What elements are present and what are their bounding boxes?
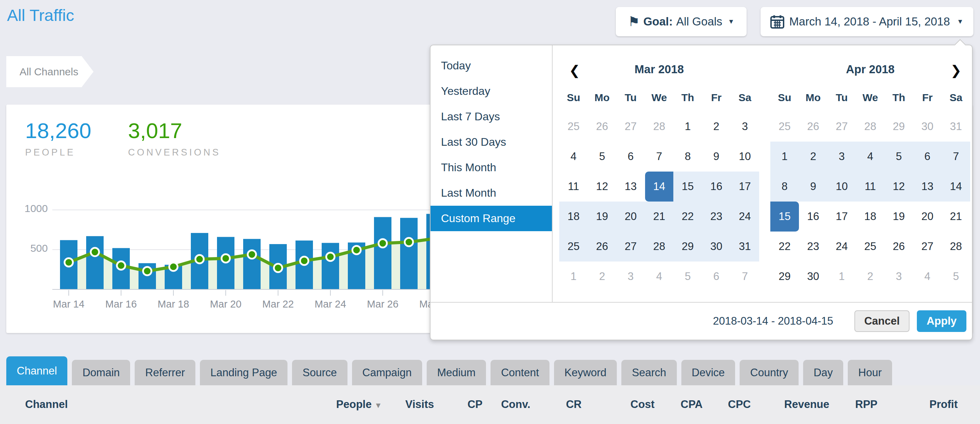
day-cell[interactable]: 16 — [799, 202, 827, 232]
day-cell[interactable]: 5 — [673, 262, 702, 292]
day-cell[interactable]: 27 — [827, 111, 856, 141]
cancel-button[interactable]: Cancel — [854, 310, 910, 332]
day-cell[interactable]: 27 — [616, 111, 645, 141]
day-cell[interactable]: 27 — [616, 232, 645, 262]
day-cell[interactable]: 4 — [645, 262, 674, 292]
day-cell[interactable]: 7 — [942, 141, 970, 172]
day-cell[interactable]: 20 — [913, 202, 942, 232]
day-cell[interactable]: 28 — [856, 111, 885, 141]
apply-button[interactable]: Apply — [917, 310, 966, 332]
day-cell[interactable]: 7 — [730, 262, 759, 292]
day-cell[interactable]: 26 — [588, 232, 616, 262]
tab-country[interactable]: Country — [740, 360, 799, 385]
day-cell[interactable]: 22 — [770, 232, 799, 262]
day-cell[interactable]: 12 — [588, 172, 616, 202]
day-cell[interactable]: 5 — [885, 141, 913, 172]
day-cell[interactable]: 10 — [827, 172, 856, 202]
day-cell[interactable]: 8 — [673, 141, 702, 172]
preset-yesterday[interactable]: Yesterday — [431, 78, 552, 104]
day-cell[interactable]: 1 — [673, 111, 702, 141]
day-cell[interactable]: 6 — [702, 262, 730, 292]
day-cell[interactable]: 15 — [770, 202, 799, 232]
day-cell[interactable]: 16 — [702, 172, 730, 202]
day-cell[interactable]: 3 — [827, 141, 856, 172]
column-header-cpc[interactable]: CPC — [728, 398, 751, 411]
column-header-cp[interactable]: CP — [468, 398, 482, 411]
date-range-button[interactable]: March 14, 2018 - April 15, 2018 ▼ — [760, 7, 974, 36]
day-cell[interactable]: 2 — [702, 111, 730, 141]
day-cell[interactable]: 31 — [942, 111, 970, 141]
day-cell[interactable]: 23 — [799, 232, 827, 262]
day-cell[interactable]: 21 — [942, 202, 970, 232]
column-header-people[interactable]: People▼ — [336, 398, 382, 411]
day-cell[interactable]: 17 — [730, 172, 759, 202]
tab-content[interactable]: Content — [490, 360, 549, 385]
day-cell[interactable]: 14 — [645, 172, 674, 202]
day-cell[interactable]: 2 — [588, 262, 616, 292]
day-cell[interactable]: 29 — [673, 232, 702, 262]
day-cell[interactable]: 11 — [559, 172, 588, 202]
column-header-cost[interactable]: Cost — [630, 398, 654, 411]
day-cell[interactable]: 25 — [770, 111, 799, 141]
day-cell[interactable]: 24 — [827, 232, 856, 262]
day-cell[interactable]: 25 — [559, 232, 588, 262]
column-header-revenue[interactable]: Revenue — [784, 398, 829, 411]
day-cell[interactable]: 27 — [913, 232, 942, 262]
day-cell[interactable]: 23 — [702, 202, 730, 232]
day-cell[interactable]: 31 — [730, 232, 759, 262]
column-header-channel[interactable]: Channel — [25, 398, 68, 411]
preset-custom-range[interactable]: Custom Range — [431, 206, 552, 231]
day-cell[interactable]: 19 — [885, 202, 913, 232]
day-cell[interactable]: 18 — [559, 202, 588, 232]
day-cell[interactable]: 12 — [885, 172, 913, 202]
day-cell[interactable]: 14 — [942, 172, 970, 202]
day-cell[interactable]: 2 — [799, 141, 827, 172]
preset-last-30-days[interactable]: Last 30 Days — [431, 129, 552, 155]
day-cell[interactable]: 22 — [673, 202, 702, 232]
day-cell[interactable]: 28 — [645, 111, 674, 141]
day-cell[interactable]: 26 — [885, 232, 913, 262]
tab-campaign[interactable]: Campaign — [352, 360, 422, 385]
day-cell[interactable]: 24 — [730, 202, 759, 232]
tab-search[interactable]: Search — [621, 360, 676, 385]
tab-hour[interactable]: Hour — [848, 360, 892, 385]
preset-last-7-days[interactable]: Last 7 Days — [431, 104, 552, 129]
breadcrumb-all-channels[interactable]: All Channels — [6, 56, 94, 87]
day-cell[interactable]: 29 — [885, 111, 913, 141]
day-cell[interactable]: 17 — [827, 202, 856, 232]
day-cell[interactable]: 21 — [645, 202, 674, 232]
day-cell[interactable]: 5 — [942, 262, 970, 292]
day-cell[interactable]: 20 — [616, 202, 645, 232]
tab-landing-page[interactable]: Landing Page — [200, 360, 288, 385]
next-month-button[interactable]: ❯ — [950, 63, 961, 78]
tab-referrer[interactable]: Referrer — [135, 360, 196, 385]
tab-medium[interactable]: Medium — [427, 360, 486, 385]
day-cell[interactable]: 1 — [559, 262, 588, 292]
day-cell[interactable]: 19 — [588, 202, 616, 232]
tab-device[interactable]: Device — [681, 360, 735, 385]
day-cell[interactable]: 13 — [913, 172, 942, 202]
prev-month-button[interactable]: ❮ — [569, 63, 580, 78]
day-cell[interactable]: 11 — [856, 172, 885, 202]
day-cell[interactable]: 30 — [913, 111, 942, 141]
preset-this-month[interactable]: This Month — [431, 155, 552, 180]
column-header-rpp[interactable]: RPP — [855, 398, 877, 411]
day-cell[interactable]: 13 — [616, 172, 645, 202]
day-cell[interactable]: 8 — [770, 172, 799, 202]
day-cell[interactable]: 3 — [616, 262, 645, 292]
day-cell[interactable]: 6 — [913, 141, 942, 172]
day-cell[interactable]: 29 — [770, 262, 799, 292]
day-cell[interactable]: 3 — [730, 111, 759, 141]
tab-keyword[interactable]: Keyword — [554, 360, 617, 385]
day-cell[interactable]: 6 — [616, 141, 645, 172]
day-cell[interactable]: 15 — [673, 172, 702, 202]
tab-domain[interactable]: Domain — [72, 360, 130, 385]
day-cell[interactable]: 1 — [827, 262, 856, 292]
column-header-conv[interactable]: Conv. — [501, 398, 530, 411]
tab-channel[interactable]: Channel — [6, 356, 67, 385]
day-cell[interactable]: 7 — [645, 141, 674, 172]
tab-source[interactable]: Source — [292, 360, 347, 385]
day-cell[interactable]: 28 — [645, 232, 674, 262]
day-cell[interactable]: 26 — [588, 111, 616, 141]
day-cell[interactable]: 25 — [856, 232, 885, 262]
